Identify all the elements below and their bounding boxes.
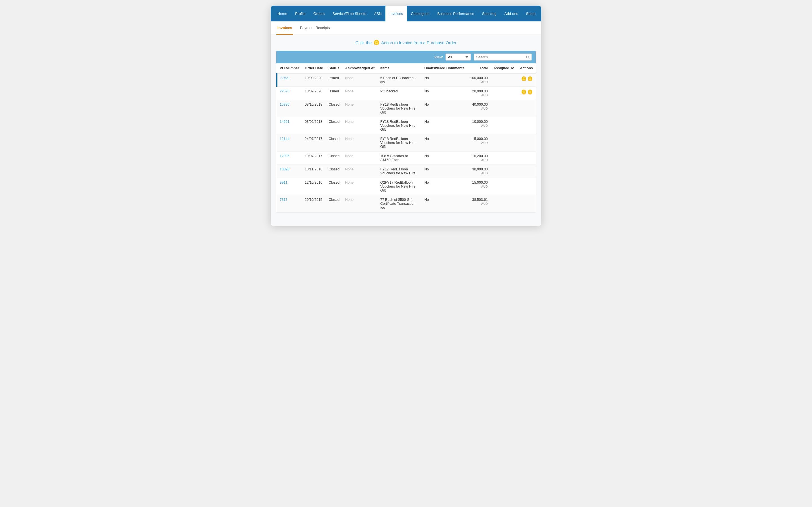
cell-po-number: 7317 xyxy=(277,195,302,212)
po-number-link[interactable]: 7317 xyxy=(280,198,288,202)
action-hint-bar: Click the 🪙 Action to Invoice from a Pur… xyxy=(276,40,536,46)
cell-items: 5 Each of PO backed -qty xyxy=(377,73,421,87)
action-hint-suffix: Action to Invoice from a Purchase Order xyxy=(381,40,456,45)
nav-business-performance[interactable]: Business Performance xyxy=(434,6,478,21)
cell-actions: 🪙 🪙 xyxy=(517,87,536,100)
cell-assigned-to xyxy=(491,134,517,152)
cell-total: 16,200.00AUD xyxy=(467,152,491,165)
nav-asn[interactable]: ASN xyxy=(370,6,386,21)
cell-order-date: 08/10/2018 xyxy=(302,100,326,117)
po-number-link[interactable]: 10098 xyxy=(280,167,290,171)
cell-total: 30,000.00AUD xyxy=(467,165,491,178)
col-assigned-to: Assigned To xyxy=(491,63,517,73)
cell-status: Closed xyxy=(326,152,342,165)
po-number-link[interactable]: 9911 xyxy=(280,180,288,184)
invoice-coin-action-2[interactable]: 🪙 xyxy=(527,76,533,81)
cell-total: 20,000.00AUD xyxy=(467,87,491,100)
search-input[interactable] xyxy=(474,54,532,61)
cell-status: Closed xyxy=(326,100,342,117)
nav-sourcing[interactable]: Sourcing xyxy=(478,6,500,21)
cell-unanswered-comments: No xyxy=(421,195,467,212)
cell-actions xyxy=(517,195,536,212)
cell-po-number: 22520 xyxy=(277,87,302,100)
po-number-link[interactable]: 14561 xyxy=(280,120,290,124)
cell-actions xyxy=(517,117,536,134)
po-number-link[interactable]: 12144 xyxy=(280,137,290,141)
cell-assigned-to xyxy=(491,73,517,87)
cell-status: Closed xyxy=(326,134,342,152)
table-row: 12035 10/07/2017 Closed None 108 x Giftc… xyxy=(277,152,536,165)
table-row: 22520 10/09/2020 Issued None PO backed N… xyxy=(277,87,536,100)
invoice-coin-action-1[interactable]: 🪙 xyxy=(521,76,527,81)
cell-status: Closed xyxy=(326,165,342,178)
cell-actions xyxy=(517,134,536,152)
cell-po-number: 14561 xyxy=(277,117,302,134)
col-status: Status xyxy=(326,63,342,73)
col-unanswered-comments: Unanswered Comments xyxy=(421,63,467,73)
cell-po-number: 9911 xyxy=(277,178,302,195)
cell-status: Issued xyxy=(326,73,342,87)
nav-profile[interactable]: Profile xyxy=(291,6,310,21)
cell-assigned-to xyxy=(491,100,517,117)
view-label: View xyxy=(435,55,443,59)
sub-navigation: Invoices Payment Receipts xyxy=(271,21,541,34)
cell-status: Closed xyxy=(326,117,342,134)
invoice-action-icon: 🪙 xyxy=(373,40,379,46)
cell-acknowledged-at: None xyxy=(342,73,377,87)
nav-add-ons[interactable]: Add-ons xyxy=(500,6,522,21)
cell-items: FY17 RedBalloon Vouchers for New Hire xyxy=(377,165,421,178)
subnav-invoices[interactable]: Invoices xyxy=(276,22,293,35)
cell-actions xyxy=(517,178,536,195)
subnav-payment-receipts[interactable]: Payment Receipts xyxy=(299,22,331,35)
cell-order-date: 03/05/2018 xyxy=(302,117,326,134)
cell-assigned-to xyxy=(491,152,517,165)
cell-unanswered-comments: No xyxy=(421,178,467,195)
cell-status: Closed xyxy=(326,195,342,212)
table-row: 12144 24/07/2017 Closed None FY18 RedBal… xyxy=(277,134,536,152)
cell-po-number: 12035 xyxy=(277,152,302,165)
nav-orders[interactable]: Orders xyxy=(310,6,329,21)
cell-items: 77 Each of $500 Gift Certificate Transac… xyxy=(377,195,421,212)
cell-total: 15,000.00AUD xyxy=(467,134,491,152)
cell-acknowledged-at: None xyxy=(342,100,377,117)
nav-service-time-sheets[interactable]: Service/Time Sheets xyxy=(328,6,370,21)
cell-status: Issued xyxy=(326,87,342,100)
cell-total: 10,000.00AUD xyxy=(467,117,491,134)
cell-unanswered-comments: No xyxy=(421,100,467,117)
cell-total: 40,000.00AUD xyxy=(467,100,491,117)
cell-order-date: 10/09/2020 xyxy=(302,73,326,87)
po-number-link[interactable]: 22521 xyxy=(280,76,290,80)
view-select[interactable]: All Pending Paid xyxy=(446,54,471,61)
col-order-date: Order Date xyxy=(302,63,326,73)
cell-assigned-to xyxy=(491,165,517,178)
cell-actions xyxy=(517,165,536,178)
cell-order-date: 29/10/2015 xyxy=(302,195,326,212)
cell-assigned-to xyxy=(491,178,517,195)
nav-invoices[interactable]: Invoices xyxy=(386,6,407,21)
po-number-link[interactable]: 22520 xyxy=(280,89,290,93)
po-number-link[interactable]: 15836 xyxy=(280,103,290,107)
cell-items: FY18 RedBalloon Vouchers for New Hire Gi… xyxy=(377,134,421,152)
invoice-coin-action-1[interactable]: 🪙 xyxy=(521,89,527,95)
action-icons: 🪙 🪙 xyxy=(521,89,533,95)
cell-acknowledged-at: None xyxy=(342,178,377,195)
cell-order-date: 10/07/2017 xyxy=(302,152,326,165)
cell-items: FY18 RedBalloon Vouchers for New Hire Gi… xyxy=(377,100,421,117)
cell-items: Q2FY17 RedBalloon Vouchers for New Hire … xyxy=(377,178,421,195)
col-acknowledged-at: Acknowledged At xyxy=(342,63,377,73)
cell-po-number: 12144 xyxy=(277,134,302,152)
page-content: Click the 🪙 Action to Invoice from a Pur… xyxy=(271,34,541,226)
invoices-table: PO Number Order Date Status Acknowledged… xyxy=(276,63,536,212)
cell-unanswered-comments: No xyxy=(421,117,467,134)
nav-setup[interactable]: Setup xyxy=(522,6,539,21)
table-row: 9911 12/10/2016 Closed None Q2FY17 RedBa… xyxy=(277,178,536,195)
cell-unanswered-comments: No xyxy=(421,87,467,100)
cell-acknowledged-at: None xyxy=(342,195,377,212)
main-window: Home Profile Orders Service/Time Sheets … xyxy=(271,6,541,226)
cell-total: 15,000.00AUD xyxy=(467,178,491,195)
table-toolbar: View All Pending Paid xyxy=(276,51,536,63)
po-number-link[interactable]: 12035 xyxy=(280,154,290,158)
nav-home[interactable]: Home xyxy=(273,6,291,21)
nav-catalogues[interactable]: Catalogues xyxy=(407,6,434,21)
invoice-coin-action-2[interactable]: 🪙 xyxy=(527,89,533,95)
